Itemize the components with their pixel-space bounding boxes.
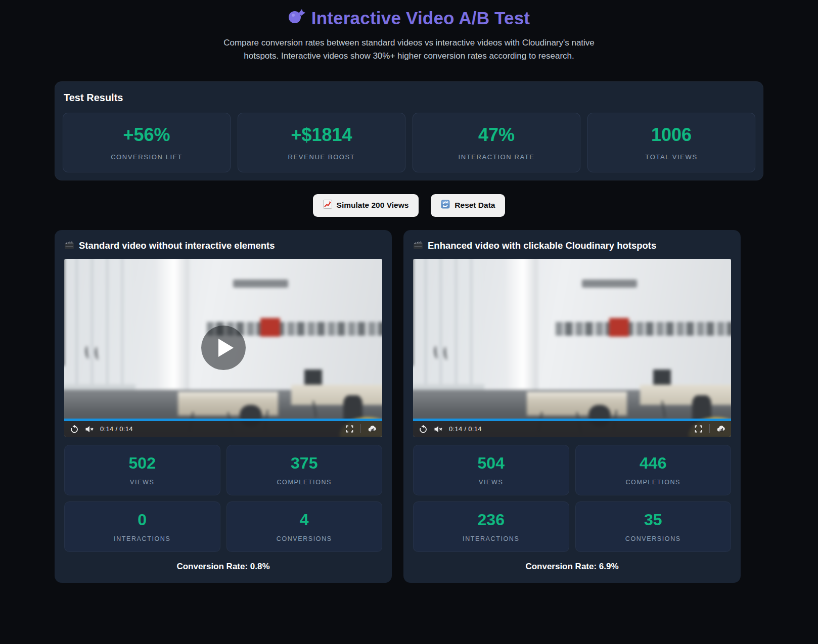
conversion-rate-text: Conversion Rate: 6.9% — [413, 562, 731, 572]
standard-video-stats: 502 VIEWS 375 COMPLETIONS 0 INTERACTIONS… — [64, 445, 382, 552]
stat-value: 1006 — [651, 124, 692, 146]
muted-volume-icon[interactable] — [434, 425, 442, 433]
stat-label: COMPLETIONS — [277, 479, 332, 486]
test-results-panel: Test Results +56% CONVERSION LIFT +$1814… — [55, 81, 763, 180]
stat-card-conversion-lift: +56% CONVERSION LIFT — [63, 113, 231, 172]
enhanced-video-panel: Enhanced video with clickable Cloudinary… — [403, 230, 741, 583]
standard-video-panel: Standard video without interactive eleme… — [55, 230, 392, 583]
stat-value: 236 — [478, 511, 505, 529]
stat-value: 0 — [138, 511, 147, 529]
stat-label: INTERACTION RATE — [458, 153, 534, 161]
stat-value: +$1814 — [291, 124, 352, 146]
simulate-views-label: Simulate 200 Views — [337, 201, 409, 210]
play-icon — [218, 339, 234, 357]
stat-card-completions: 446 COMPLETIONS — [575, 445, 732, 495]
play-button[interactable] — [201, 326, 246, 370]
standard-video-player[interactable]: 0:14 / 0:14 — [64, 259, 382, 437]
stat-label: COMPLETIONS — [625, 479, 680, 486]
video-controls-bar: 0:14 / 0:14 — [64, 421, 382, 437]
controls-divider — [360, 424, 361, 433]
ab-test-page: Interactive Video A/B Test Compare conve… — [0, 0, 818, 583]
reset-data-button[interactable]: Reset Data — [431, 194, 505, 217]
stat-value: 4 — [300, 511, 309, 529]
replay-icon[interactable] — [419, 425, 427, 433]
stat-label: CONVERSIONS — [277, 535, 332, 542]
main-container: Test Results +56% CONVERSION LIFT +$1814… — [55, 81, 763, 583]
action-buttons-row: Simulate 200 Views Reset Data — [55, 194, 763, 217]
conversion-rate-text: Conversion Rate: 0.8% — [64, 562, 382, 572]
time-display: 0:14 / 0:14 — [449, 425, 482, 433]
stat-card-interactions: 236 INTERACTIONS — [413, 501, 569, 552]
video-panels-row: Standard video without interactive eleme… — [55, 230, 763, 583]
video-controls-bar: 0:14 / 0:14 — [413, 421, 731, 437]
stat-label: INTERACTIONS — [114, 535, 170, 542]
stat-card-conversions: 4 CONVERSIONS — [226, 501, 383, 552]
clapper-board-icon — [413, 240, 423, 252]
stat-value: 35 — [644, 511, 662, 529]
stat-label: CONVERSIONS — [625, 535, 681, 542]
stat-card-interactions: 0 INTERACTIONS — [64, 501, 220, 552]
stat-card-total-views: 1006 TOTAL VIEWS — [587, 113, 755, 172]
cloudinary-logo-icon[interactable] — [716, 425, 725, 433]
video-frame-office-scene — [413, 259, 731, 437]
stat-card-views: 504 VIEWS — [413, 445, 569, 495]
stat-label: TOTAL VIEWS — [645, 153, 697, 161]
enhanced-video-stats: 504 VIEWS 446 COMPLETIONS 236 INTERACTIO… — [413, 445, 731, 552]
dart-target-icon — [288, 8, 306, 28]
fullscreen-icon[interactable] — [345, 425, 354, 433]
stat-card-revenue-boost: +$1814 REVENUE BOOST — [238, 113, 405, 172]
test-results-grid: +56% CONVERSION LIFT +$1814 REVENUE BOOS… — [63, 113, 755, 172]
stat-label: VIEWS — [479, 479, 503, 486]
stat-card-interaction-rate: 47% INTERACTION RATE — [413, 113, 580, 172]
stat-value: 47% — [478, 124, 515, 146]
standard-video-title-text: Standard video without interactive eleme… — [79, 240, 275, 251]
enhanced-video-title-text: Enhanced video with clickable Cloudinary… — [428, 240, 656, 251]
simulate-views-button[interactable]: Simulate 200 Views — [313, 194, 419, 217]
enhanced-video-title: Enhanced video with clickable Cloudinary… — [413, 240, 731, 252]
stat-label: REVENUE BOOST — [288, 153, 355, 161]
page-title: Interactive Video A/B Test — [0, 8, 818, 28]
stat-label: VIEWS — [130, 479, 154, 486]
cloudinary-logo-icon[interactable] — [368, 425, 377, 433]
page-subtitle: Compare conversion rates between standar… — [217, 36, 601, 63]
replay-icon[interactable] — [70, 425, 78, 433]
test-results-title: Test Results — [64, 92, 754, 104]
stat-value: +56% — [123, 124, 170, 146]
stat-card-conversions: 35 CONVERSIONS — [575, 501, 732, 552]
stat-card-completions: 375 COMPLETIONS — [226, 445, 383, 495]
chart-increasing-icon — [323, 200, 332, 211]
stat-value: 446 — [640, 454, 666, 473]
page-title-text: Interactive Video A/B Test — [311, 8, 530, 28]
stat-value: 504 — [478, 454, 505, 473]
standard-video-title: Standard video without interactive eleme… — [64, 240, 382, 252]
stat-label: CONVERSION LIFT — [111, 153, 183, 161]
stat-card-views: 502 VIEWS — [64, 445, 220, 495]
stat-value: 375 — [291, 454, 317, 473]
refresh-icon — [441, 200, 450, 211]
enhanced-video-player[interactable]: 0:14 / 0:14 — [413, 259, 731, 437]
controls-divider — [709, 424, 710, 433]
muted-volume-icon[interactable] — [85, 425, 94, 433]
reset-data-label: Reset Data — [455, 201, 495, 210]
time-display: 0:14 / 0:14 — [100, 425, 133, 433]
clapper-board-icon — [64, 240, 74, 252]
stat-value: 502 — [129, 454, 156, 473]
stat-label: INTERACTIONS — [463, 535, 519, 542]
fullscreen-icon[interactable] — [694, 425, 703, 433]
